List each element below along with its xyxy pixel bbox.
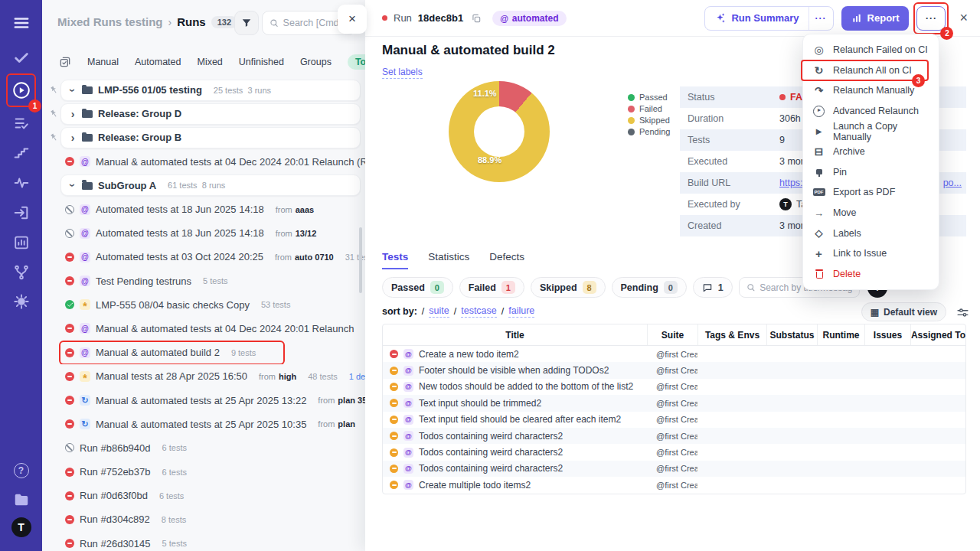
run-defects[interactable]: 1 defects [349,372,365,381]
select-runs-icon[interactable] [59,56,71,68]
menu-item[interactable]: Move [803,203,939,223]
runs-filter-tab[interactable]: Groups [300,57,332,67]
breadcrumb-page[interactable]: Runs [177,15,206,28]
status-filter-chip[interactable]: Failed 1 [459,277,524,298]
menu-icon[interactable] [11,13,31,33]
run-list-item[interactable]: › Manual & automated tests at 25 Apr 202… [42,412,365,436]
menu-item[interactable]: Relaunch All on CI 3 [803,60,939,81]
column-header[interactable]: Suite [647,324,697,345]
menu-item[interactable]: Pin [803,162,939,183]
test-suite[interactable]: @first Create ... [647,382,697,391]
gear-icon[interactable] [11,292,31,311]
chevron-icon[interactable]: › [67,181,78,189]
table-row[interactable]: Create a new todo item2 @first Create ..… [383,346,965,362]
user-avatar[interactable]: T [11,517,31,537]
run-list-item[interactable]: › Test Pending testruns from 5 tests [42,269,365,293]
list-check-icon[interactable] [11,113,31,133]
run-summary-more-button[interactable]: ··· [808,7,833,30]
status-filter-chip[interactable]: Pending 0 [612,277,687,298]
status-filter-chip[interactable]: Passed 0 [382,277,453,298]
projects-folder-icon[interactable] [11,490,31,510]
menu-item[interactable]: Delete [803,264,939,285]
runs-filter-tab[interactable]: Manual [87,57,119,67]
run-list-item[interactable]: › Manual & automated build 2 from 9 test… [42,341,365,364]
table-row[interactable]: Footer should be visible when adding TOD… [383,362,965,378]
sidebar-item-runs[interactable]: 1 [6,73,36,107]
run-list-item[interactable]: › Automated tests at 18 Jun 2025 14:18 f… [42,197,365,221]
table-row[interactable]: Create multiple todo items2 @first Creat… [383,477,965,493]
menu-item[interactable]: Launch a Copy Manually [803,121,939,142]
run-type-badge[interactable]: @ automated [492,11,566,26]
import-icon[interactable] [11,203,31,223]
copy-icon[interactable] [471,13,482,24]
menu-item[interactable]: Export as PDF [803,182,939,203]
run-list-item[interactable]: › Run #d304c892 from 8 tests [42,507,365,531]
menu-item[interactable]: Labels [803,223,939,243]
table-row[interactable]: New todos should be added to the bottom … [383,379,965,395]
column-header[interactable]: Title [383,324,647,345]
runs-filter-tab[interactable]: To [348,54,365,70]
results-tab[interactable]: Statistics [428,251,469,269]
run-list-item[interactable]: › SubGroup A from 61 tests 8 runs [42,174,365,197]
run-list-item[interactable]: › Automated tests at 18 Jun 2025 14:18 f… [42,221,365,245]
check-icon[interactable] [11,47,31,67]
test-suite[interactable]: @first Create ... [647,350,697,359]
column-header[interactable]: Assigned To [910,324,965,345]
test-suite[interactable]: @first Create ... [647,481,697,490]
filter-funnel-button[interactable] [234,11,259,35]
run-list-item[interactable]: › Manual & automated tests at 04 Dec 202… [42,317,365,341]
column-header[interactable]: Substatus [766,324,817,345]
run-list-item[interactable]: › Manual & automated tests at 25 Apr 202… [42,388,365,412]
run-list-item[interactable]: › Release: Group B from [42,126,365,149]
close-icon[interactable]: × [959,10,968,26]
run-list-item[interactable]: › Automated tests at 03 Oct 2024 20:25 f… [42,245,365,269]
results-tab[interactable]: Defects [489,251,524,269]
test-suite[interactable]: @first Create ... [647,448,697,457]
help-icon[interactable]: ? [11,461,31,481]
run-list-item[interactable]: › Run #26d30145 from 5 tests [42,532,365,551]
scrollbar[interactable] [359,227,362,293]
run-list-item[interactable]: › Manual tests at 28 Apr 2025 16:50 from… [42,364,365,388]
comments-filter-chip[interactable]: 1 [693,277,733,298]
run-list-item[interactable]: › LMP-555 08/04 basic checks Copy from 5… [42,293,365,317]
breadcrumb-project[interactable]: Mixed Runs testing [57,15,163,28]
table-row[interactable]: Todos containing weird characters2 @firs… [383,461,965,477]
report-button[interactable]: Report [841,6,910,31]
runs-filter-tab[interactable]: Mixed [197,57,222,67]
steps-icon[interactable] [11,143,31,163]
menu-item[interactable]: Advanced Relaunch [803,101,939,122]
chart-icon[interactable] [11,233,31,253]
menu-item[interactable]: Archive [803,142,939,162]
run-more-actions-button[interactable]: ··· [916,6,946,31]
runs-filter-tab[interactable]: Automated [135,57,181,67]
menu-item[interactable]: Relaunch Failed on CI [803,40,939,60]
table-row[interactable]: Text input should be trimmed2 @first Cre… [383,395,965,411]
sliders-icon[interactable] [956,306,969,319]
column-header[interactable]: Runtime [817,324,864,345]
run-list-item[interactable]: › Manual & automated tests at 04 Dec 202… [42,150,365,174]
run-list-item[interactable]: › Run #752eb37b from 6 tests [42,460,365,484]
test-suite[interactable]: @first Create ... [647,366,697,375]
sort-option-link[interactable]: testcase [461,305,497,318]
chevron-icon[interactable]: › [67,86,78,94]
activity-icon[interactable] [11,173,31,193]
table-row[interactable]: Todos containing weird characters2 @firs… [383,428,965,444]
table-row[interactable]: Text input field should be cleared after… [383,412,965,428]
table-row[interactable]: Todos containing weird characters2 @firs… [383,444,965,460]
menu-item[interactable]: Link to Issue [803,243,939,264]
sort-option-link[interactable]: suite [429,305,449,318]
status-filter-chip[interactable]: Skipped 8 [531,277,606,298]
test-suite[interactable]: @first Create ... [647,399,697,408]
sort-option-link[interactable]: failure [508,305,534,318]
chevron-icon[interactable]: › [69,132,77,143]
test-suite[interactable]: @first Create ... [647,432,697,441]
run-list-item[interactable]: › Run #0d63f0bd from 6 tests [42,484,365,507]
set-labels-link[interactable]: Set labels [382,67,423,79]
run-list-item[interactable]: › LMP-556 01/05 testing from 25 tests 3 … [42,78,365,102]
view-selector-button[interactable]: ▦ Default view [861,302,946,321]
run-list-item[interactable]: › Release: Group D from [42,102,365,126]
test-suite[interactable]: @first Create ... [647,415,697,424]
results-tab[interactable]: Tests [382,251,408,269]
run-list-item[interactable]: › Run #b86b940d from 6 tests [42,436,365,460]
test-suite[interactable]: @first Create ... [647,464,697,473]
